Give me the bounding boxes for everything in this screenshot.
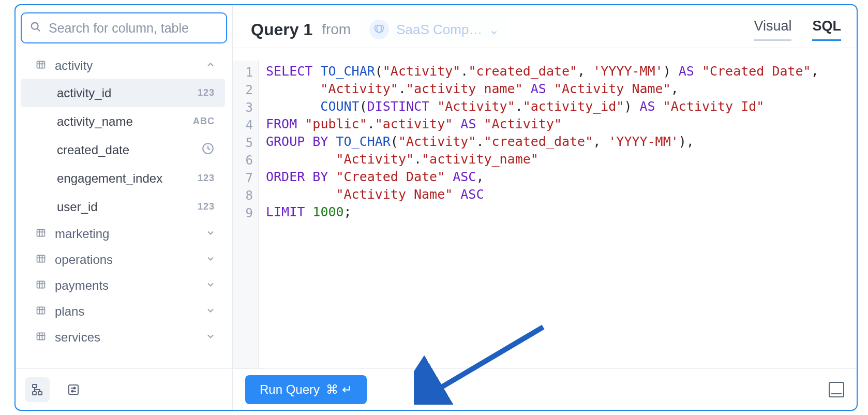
column-type: 123 xyxy=(198,87,215,98)
table-icon xyxy=(35,60,47,72)
datasource-name: SaaS Comp… xyxy=(396,22,482,38)
main-panel: Query 1 from SaaS Comp… Visual SQL xyxy=(233,5,857,368)
line-number: 6 xyxy=(236,152,253,169)
svg-rect-15 xyxy=(37,281,45,288)
tab-sql[interactable]: SQL xyxy=(812,18,841,41)
table-operations[interactable]: operations xyxy=(21,247,225,273)
search-input[interactable] xyxy=(49,21,218,36)
editor-tabs: Visual SQL xyxy=(754,18,841,41)
table-services[interactable]: services xyxy=(21,324,225,350)
datasource-selector[interactable]: SaaS Comp… xyxy=(360,16,508,43)
app-frame: activity activity_id123activity_nameABCc… xyxy=(14,4,858,411)
line-number: 8 xyxy=(236,187,253,204)
query-title: Query 1 xyxy=(251,20,312,39)
run-query-button[interactable]: Run Query ⌘ ↵ xyxy=(245,375,367,404)
line-gutter: 123456789 xyxy=(233,61,259,368)
column-created_date[interactable]: created_date xyxy=(21,136,225,164)
chevron-down-icon xyxy=(489,25,499,34)
table-label: activity xyxy=(55,58,197,73)
line-number: 4 xyxy=(236,116,253,134)
sidebar: activity activity_id123activity_nameABCc… xyxy=(16,5,233,368)
search-icon xyxy=(30,21,41,35)
table-plans[interactable]: plans xyxy=(21,299,225,324)
footer-left xyxy=(16,369,233,410)
svg-rect-28 xyxy=(33,392,36,395)
svg-rect-2 xyxy=(37,61,45,68)
svg-rect-11 xyxy=(37,255,45,262)
line-number: 3 xyxy=(236,99,253,116)
table-icon xyxy=(35,305,47,318)
column-activity_id[interactable]: activity_id123 xyxy=(21,79,225,107)
postgres-icon xyxy=(369,20,389,39)
table-payments[interactable]: payments xyxy=(21,273,225,299)
column-name: activity_name xyxy=(57,114,193,129)
svg-rect-30 xyxy=(69,385,78,394)
table-label: marketing xyxy=(55,227,197,241)
line-number: 9 xyxy=(236,204,253,222)
column-type: ABC xyxy=(193,116,215,127)
column-name: user_id xyxy=(57,200,198,214)
table-label: plans xyxy=(55,304,197,319)
table-marketing[interactable]: marketing xyxy=(21,221,225,247)
search-box[interactable] xyxy=(21,12,227,43)
clock-icon xyxy=(201,142,215,158)
svg-rect-27 xyxy=(33,384,37,388)
body-row: activity activity_id123activity_nameABCc… xyxy=(16,5,857,368)
code-area[interactable]: SELECT TO_CHAR("Activity"."created_date"… xyxy=(259,61,857,368)
footer-bar: Run Query ⌘ ↵ xyxy=(16,368,857,410)
tab-visual[interactable]: Visual xyxy=(754,18,791,41)
svg-point-32 xyxy=(74,387,76,389)
toggle-results-panel-button[interactable] xyxy=(829,382,844,397)
settings-panel-button[interactable] xyxy=(61,377,86,402)
query-header: Query 1 from SaaS Comp… Visual SQL xyxy=(233,5,857,48)
line-number: 7 xyxy=(236,169,253,187)
run-query-label: Run Query xyxy=(260,382,320,397)
table-label: services xyxy=(55,330,197,345)
table-icon xyxy=(35,254,47,266)
svg-rect-29 xyxy=(38,392,42,395)
schema-tree: activity activity_id123activity_nameABCc… xyxy=(21,53,227,368)
column-engagement_index[interactable]: engagement_index123 xyxy=(21,164,225,192)
chevron-down-icon xyxy=(205,331,225,344)
svg-rect-19 xyxy=(37,307,45,314)
schema-view-button[interactable] xyxy=(25,377,50,402)
svg-line-1 xyxy=(37,28,40,31)
table-icon xyxy=(35,331,47,344)
line-number: 5 xyxy=(236,134,253,152)
chevron-down-icon xyxy=(205,254,225,266)
svg-rect-23 xyxy=(37,333,45,339)
column-name: activity_id xyxy=(57,86,198,100)
run-shortcut: ⌘ ↵ xyxy=(326,382,352,397)
column-type: 123 xyxy=(198,201,215,212)
column-name: engagement_index xyxy=(57,171,198,186)
column-name: created_date xyxy=(57,143,201,157)
column-type: 123 xyxy=(198,173,215,184)
from-label: from xyxy=(322,21,351,38)
footer-main: Run Query ⌘ ↵ xyxy=(233,369,857,410)
svg-rect-7 xyxy=(37,229,45,236)
table-activity[interactable]: activity xyxy=(21,53,225,79)
svg-point-0 xyxy=(32,23,38,29)
column-activity_name[interactable]: activity_nameABC xyxy=(21,107,225,136)
chevron-up-icon xyxy=(205,60,225,72)
table-icon xyxy=(35,279,47,292)
line-number: 1 xyxy=(236,64,253,81)
chevron-down-icon xyxy=(205,305,225,318)
table-label: operations xyxy=(55,253,197,267)
table-icon xyxy=(35,228,47,240)
svg-point-34 xyxy=(72,390,73,392)
chevron-down-icon xyxy=(205,228,225,240)
column-user_id[interactable]: user_id123 xyxy=(21,192,225,221)
chevron-down-icon xyxy=(205,279,225,292)
line-number: 2 xyxy=(236,81,253,99)
table-label: payments xyxy=(55,278,197,293)
sql-editor[interactable]: 123456789 SELECT TO_CHAR("Activity"."cre… xyxy=(233,48,857,368)
